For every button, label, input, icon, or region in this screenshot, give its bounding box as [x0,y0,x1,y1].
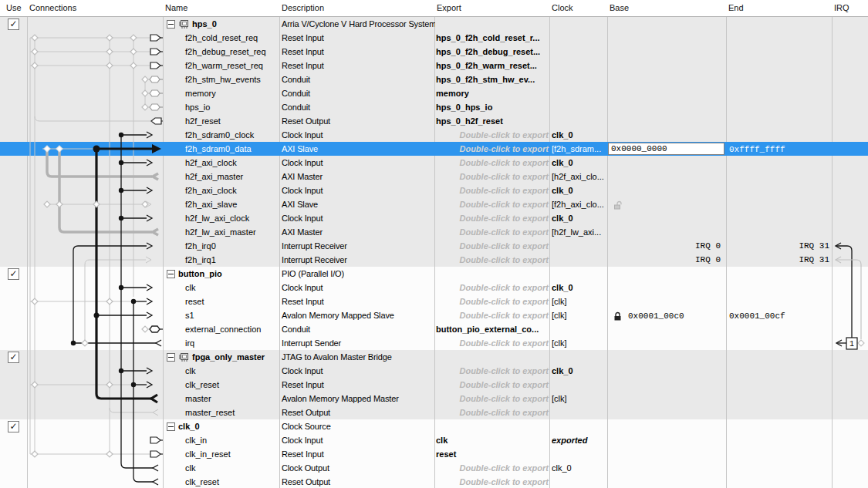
export-cell[interactable]: hps_0_h2f_reset [434,114,550,128]
column-header-connections[interactable]: Connections [29,3,76,12]
clock-cell[interactable] [549,406,609,419]
end-cell[interactable] [726,72,834,86]
base-cell[interactable] [607,31,725,45]
column-header-end[interactable]: End [728,3,744,12]
end-cell[interactable] [726,378,834,392]
end-cell[interactable] [726,225,834,239]
clock-cell[interactable] [549,239,609,253]
end-cell[interactable] [726,267,834,281]
export-cell[interactable]: Double-click to export [434,211,552,225]
port-row-clk[interactable]: clkClock OutputDouble-click to exportclk… [0,461,868,475]
clock-cell[interactable]: [clk] [549,308,609,322]
port-row-memory[interactable]: memoryConduitmemory [0,86,868,100]
export-cell[interactable]: button_pio_external_co... [434,322,550,336]
clock-cell[interactable] [549,419,609,433]
base-cell[interactable] [607,392,725,406]
clock-cell[interactable]: clk_0 [549,128,609,142]
end-cell[interactable] [726,183,834,197]
clock-cell[interactable] [549,322,609,336]
base-cell[interactable] [607,183,725,197]
end-cell[interactable] [726,170,834,183]
clock-cell[interactable] [549,475,609,488]
port-row-clk[interactable]: clkClock InputDouble-click to exportclk_… [0,364,868,378]
export-cell[interactable]: Double-click to export [434,281,552,294]
base-cell[interactable] [607,294,725,308]
end-cell[interactable] [726,461,834,475]
port-row-hps_io[interactable]: hps_ioConduithps_0_hps_io [0,100,868,114]
collapse-toggle-icon[interactable] [167,270,175,278]
base-cell[interactable]: IRQ 0 [607,253,725,267]
clock-cell[interactable] [549,114,609,128]
clock-cell[interactable] [549,350,609,364]
base-cell[interactable] [607,170,725,183]
end-cell[interactable] [726,433,834,447]
port-row-clk_in[interactable]: clk_inClock Inputclkexported [0,433,868,447]
port-row-reset[interactable]: resetReset InputDouble-click to export[c… [0,294,868,308]
base-cell[interactable] [607,100,725,114]
column-header-export[interactable]: Export [437,3,461,12]
clock-cell[interactable] [549,378,609,392]
export-cell[interactable]: Double-click to export [434,253,552,267]
base-cell[interactable] [607,447,725,461]
export-cell[interactable]: Double-click to export [434,406,552,419]
column-header-description[interactable]: Description [282,3,324,12]
collapse-toggle-icon[interactable] [167,353,175,362]
clock-cell[interactable]: [f2h_sdram... [549,142,609,156]
base-cell[interactable] [607,211,725,225]
base-cell[interactable] [607,419,725,433]
column-header-name[interactable]: Name [165,3,187,12]
end-cell[interactable] [726,128,834,142]
end-cell[interactable] [726,211,834,225]
base-cell[interactable] [607,322,725,336]
clock-cell[interactable]: exported [549,433,609,447]
column-header-base[interactable]: Base [610,3,629,12]
export-cell[interactable]: hps_0_hps_io [434,100,550,114]
base-cell[interactable]: IRQ 0 [607,239,725,253]
end-cell[interactable] [726,100,834,114]
base-cell[interactable] [607,433,725,447]
export-cell[interactable]: Double-click to export [434,197,552,211]
column-header-use[interactable]: Use [6,3,22,12]
export-cell[interactable]: clk [434,433,550,447]
base-cell[interactable]: 0x0000_0000 [607,142,725,156]
export-cell[interactable]: reset [434,447,550,461]
component-row-hps_0[interactable]: ✓hps_0Arria V/Cyclone V Hard Processor S… [0,17,868,31]
base-cell[interactable] [607,45,725,59]
clock-cell[interactable]: [h2f_lw_axi... [549,225,609,239]
port-row-f2h_irq0[interactable]: f2h_irq0Interrupt ReceiverDouble-click t… [0,239,868,253]
base-cell[interactable] [607,281,725,294]
export-cell[interactable] [434,17,549,31]
port-row-h2f_axi_master[interactable]: h2f_axi_masterAXI MasterDouble-click to … [0,170,868,183]
clock-cell[interactable] [549,253,609,267]
export-cell[interactable]: Double-click to export [434,142,552,156]
export-cell[interactable] [434,350,549,364]
end-cell[interactable] [726,447,834,461]
clock-cell[interactable] [549,267,609,281]
component-row-clk_0[interactable]: ✓clk_0Clock Source [0,419,868,433]
end-cell[interactable] [726,114,834,128]
base-cell[interactable] [607,156,725,170]
component-row-button_pio[interactable]: ✓button_pioPIO (Parallel I/O) [0,267,868,281]
end-cell[interactable] [726,59,834,72]
end-cell[interactable] [726,406,834,419]
end-cell[interactable] [726,31,834,45]
port-row-master[interactable]: masterAvalon Memory Mapped MasterDouble-… [0,392,868,406]
export-cell[interactable]: hps_0_f2h_warm_reset... [434,59,550,72]
base-cell[interactable] [607,128,725,142]
export-cell[interactable]: Double-click to export [434,239,552,253]
export-cell[interactable]: Double-click to export [434,156,552,170]
port-row-f2h_irq1[interactable]: f2h_irq1Interrupt ReceiverDouble-click t… [0,253,868,267]
port-row-h2f_lw_axi_master[interactable]: h2f_lw_axi_masterAXI MasterDouble-click … [0,225,868,239]
end-cell[interactable] [726,17,834,31]
export-cell[interactable]: Double-click to export [434,364,552,378]
clock-cell[interactable]: clk_0 [549,281,609,294]
clock-cell[interactable] [549,59,609,72]
port-row-f2h_debug_reset_req[interactable]: f2h_debug_reset_reqReset Inputhps_0_f2h_… [0,45,868,59]
base-cell[interactable] [607,336,725,350]
component-row-fpga_only_master[interactable]: ✓fpga_only_masterJTAG to Avalon Master B… [0,350,868,364]
column-header-irq[interactable]: IRQ [834,3,849,12]
collapse-toggle-icon[interactable] [167,422,175,431]
port-row-f2h_warm_reset_req[interactable]: f2h_warm_reset_reqReset Inputhps_0_f2h_w… [0,59,868,72]
port-row-f2h_axi_slave[interactable]: f2h_axi_slaveAXI SlaveDouble-click to ex… [0,197,868,211]
base-cell[interactable] [607,59,725,72]
